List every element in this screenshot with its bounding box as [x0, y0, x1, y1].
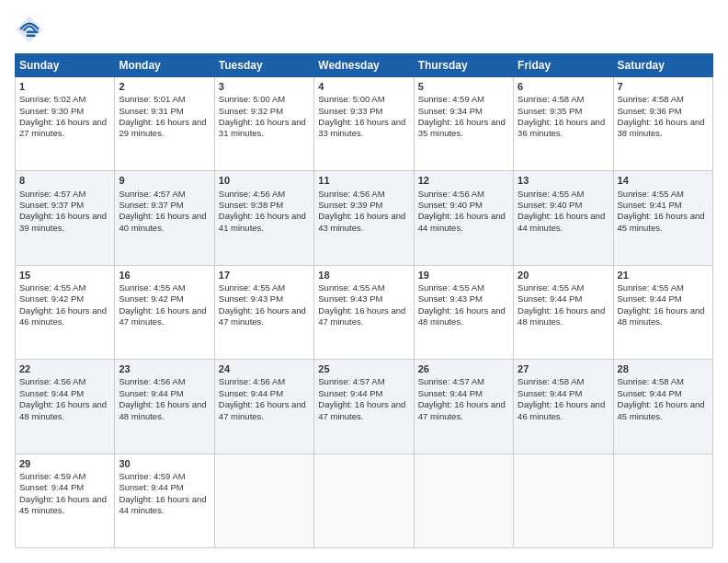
- daylight-text: Daylight: 16 hours and 35 minutes.: [418, 117, 509, 140]
- page: SundayMondayTuesdayWednesdayThursdayFrid…: [0, 0, 728, 563]
- calendar-cell: 18Sunrise: 4:55 AMSunset: 9:43 PMDayligh…: [314, 265, 414, 359]
- daylight-text: Daylight: 16 hours and 45 minutes.: [19, 494, 110, 517]
- day-number: 20: [518, 269, 609, 282]
- calendar-cell: 13Sunrise: 4:55 AMSunset: 9:40 PMDayligh…: [514, 171, 613, 265]
- sunset-text: Sunset: 9:44 PM: [119, 482, 210, 493]
- sunrise-text: Sunrise: 4:56 AM: [219, 376, 310, 387]
- sunset-text: Sunset: 9:31 PM: [119, 106, 210, 117]
- day-number: 12: [418, 174, 509, 187]
- day-number: 15: [19, 269, 110, 282]
- day-number: 19: [418, 269, 509, 282]
- daylight-text: Daylight: 16 hours and 46 minutes.: [19, 305, 110, 328]
- sunrise-text: Sunrise: 4:56 AM: [119, 376, 210, 387]
- calendar-cell: 6Sunrise: 4:58 AMSunset: 9:35 PMDaylight…: [514, 77, 613, 171]
- calendar-cell: 16Sunrise: 4:55 AMSunset: 9:42 PMDayligh…: [115, 265, 214, 359]
- calendar-cell: 28Sunrise: 4:58 AMSunset: 9:44 PMDayligh…: [613, 360, 712, 454]
- sunrise-text: Sunrise: 4:59 AM: [418, 94, 509, 105]
- daylight-text: Daylight: 16 hours and 39 minutes.: [19, 211, 110, 234]
- sunset-text: Sunset: 9:32 PM: [219, 106, 310, 117]
- sunset-text: Sunset: 9:41 PM: [618, 200, 709, 211]
- sunrise-text: Sunrise: 4:57 AM: [19, 189, 110, 200]
- daylight-text: Daylight: 16 hours and 47 minutes.: [318, 305, 409, 328]
- day-number: 7: [618, 80, 709, 93]
- sunset-text: Sunset: 9:34 PM: [418, 106, 509, 117]
- calendar-cell: 4Sunrise: 5:00 AMSunset: 9:33 PMDaylight…: [314, 77, 414, 171]
- calendar-cell: 19Sunrise: 4:55 AMSunset: 9:43 PMDayligh…: [414, 265, 513, 359]
- calendar-cell: [514, 454, 613, 547]
- calendar-day-header: Thursday: [414, 54, 513, 77]
- sunrise-text: Sunrise: 4:58 AM: [518, 376, 609, 387]
- sunrise-text: Sunrise: 5:01 AM: [119, 94, 210, 105]
- day-number: 16: [119, 269, 210, 282]
- day-number: 30: [119, 457, 210, 470]
- daylight-text: Daylight: 16 hours and 44 minutes.: [518, 211, 609, 234]
- sunset-text: Sunset: 9:44 PM: [219, 388, 310, 399]
- day-number: 2: [119, 80, 210, 93]
- day-number: 29: [19, 457, 110, 470]
- sunrise-text: Sunrise: 4:55 AM: [518, 282, 609, 293]
- day-number: 9: [119, 174, 210, 187]
- sunset-text: Sunset: 9:44 PM: [618, 293, 709, 304]
- calendar-day-header: Monday: [115, 54, 214, 77]
- sunrise-text: Sunrise: 4:56 AM: [318, 189, 409, 200]
- sunrise-text: Sunrise: 4:58 AM: [518, 94, 609, 105]
- daylight-text: Daylight: 16 hours and 38 minutes.: [618, 117, 709, 140]
- calendar-cell: 9Sunrise: 4:57 AMSunset: 9:37 PMDaylight…: [115, 171, 214, 265]
- sunset-text: Sunset: 9:44 PM: [518, 293, 609, 304]
- day-number: 26: [418, 362, 509, 375]
- calendar-cell: 14Sunrise: 4:55 AMSunset: 9:41 PMDayligh…: [613, 171, 712, 265]
- sunset-text: Sunset: 9:37 PM: [19, 200, 110, 211]
- calendar-week-row: 22Sunrise: 4:56 AMSunset: 9:44 PMDayligh…: [16, 360, 713, 454]
- calendar-cell: [414, 454, 513, 547]
- sunrise-text: Sunrise: 4:59 AM: [119, 471, 210, 482]
- day-number: 6: [518, 80, 609, 93]
- calendar-cell: 11Sunrise: 4:56 AMSunset: 9:39 PMDayligh…: [314, 171, 414, 265]
- daylight-text: Daylight: 16 hours and 48 minutes.: [618, 305, 709, 328]
- calendar-cell: 17Sunrise: 4:55 AMSunset: 9:43 PMDayligh…: [214, 265, 313, 359]
- calendar-week-row: 15Sunrise: 4:55 AMSunset: 9:42 PMDayligh…: [16, 265, 713, 359]
- logo: [15, 15, 50, 44]
- sunset-text: Sunset: 9:43 PM: [418, 293, 509, 304]
- daylight-text: Daylight: 16 hours and 47 minutes.: [219, 399, 310, 422]
- sunset-text: Sunset: 9:35 PM: [518, 106, 609, 117]
- sunset-text: Sunset: 9:30 PM: [19, 106, 110, 117]
- daylight-text: Daylight: 16 hours and 48 minutes.: [119, 399, 210, 422]
- calendar-cell: 20Sunrise: 4:55 AMSunset: 9:44 PMDayligh…: [514, 265, 613, 359]
- calendar-cell: 1Sunrise: 5:02 AMSunset: 9:30 PMDaylight…: [16, 77, 115, 171]
- sunset-text: Sunset: 9:33 PM: [318, 106, 409, 117]
- sunrise-text: Sunrise: 4:57 AM: [119, 189, 210, 200]
- sunset-text: Sunset: 9:44 PM: [119, 388, 210, 399]
- svg-marker-0: [17, 17, 43, 43]
- sunset-text: Sunset: 9:38 PM: [219, 200, 310, 211]
- sunrise-text: Sunrise: 4:56 AM: [418, 189, 509, 200]
- day-number: 1: [19, 80, 110, 93]
- daylight-text: Daylight: 16 hours and 45 minutes.: [618, 399, 709, 422]
- calendar-cell: 30Sunrise: 4:59 AMSunset: 9:44 PMDayligh…: [115, 454, 214, 547]
- calendar-cell: [314, 454, 414, 547]
- sunrise-text: Sunrise: 4:55 AM: [618, 282, 709, 293]
- sunrise-text: Sunrise: 4:55 AM: [19, 282, 110, 293]
- day-number: 13: [518, 174, 609, 187]
- day-number: 28: [618, 362, 709, 375]
- sunrise-text: Sunrise: 5:02 AM: [19, 94, 110, 105]
- calendar-cell: [613, 454, 712, 547]
- sunset-text: Sunset: 9:44 PM: [518, 388, 609, 399]
- calendar-cell: 3Sunrise: 5:00 AMSunset: 9:32 PMDaylight…: [214, 77, 313, 171]
- calendar-cell: 8Sunrise: 4:57 AMSunset: 9:37 PMDaylight…: [16, 171, 115, 265]
- sunrise-text: Sunrise: 4:55 AM: [219, 282, 310, 293]
- calendar-cell: 21Sunrise: 4:55 AMSunset: 9:44 PMDayligh…: [613, 265, 712, 359]
- daylight-text: Daylight: 16 hours and 27 minutes.: [19, 117, 110, 140]
- daylight-text: Daylight: 16 hours and 29 minutes.: [119, 117, 210, 140]
- svg-rect-2: [27, 35, 36, 37]
- daylight-text: Daylight: 16 hours and 36 minutes.: [518, 117, 609, 140]
- calendar-week-row: 29Sunrise: 4:59 AMSunset: 9:44 PMDayligh…: [16, 454, 713, 547]
- sunrise-text: Sunrise: 4:56 AM: [219, 189, 310, 200]
- day-number: 25: [318, 362, 409, 375]
- sunrise-text: Sunrise: 4:58 AM: [618, 94, 709, 105]
- sunset-text: Sunset: 9:42 PM: [19, 293, 110, 304]
- calendar-cell: 25Sunrise: 4:57 AMSunset: 9:44 PMDayligh…: [314, 360, 414, 454]
- day-number: 21: [618, 269, 709, 282]
- daylight-text: Daylight: 16 hours and 47 minutes.: [418, 399, 509, 422]
- calendar-cell: 27Sunrise: 4:58 AMSunset: 9:44 PMDayligh…: [514, 360, 613, 454]
- daylight-text: Daylight: 16 hours and 44 minutes.: [418, 211, 509, 234]
